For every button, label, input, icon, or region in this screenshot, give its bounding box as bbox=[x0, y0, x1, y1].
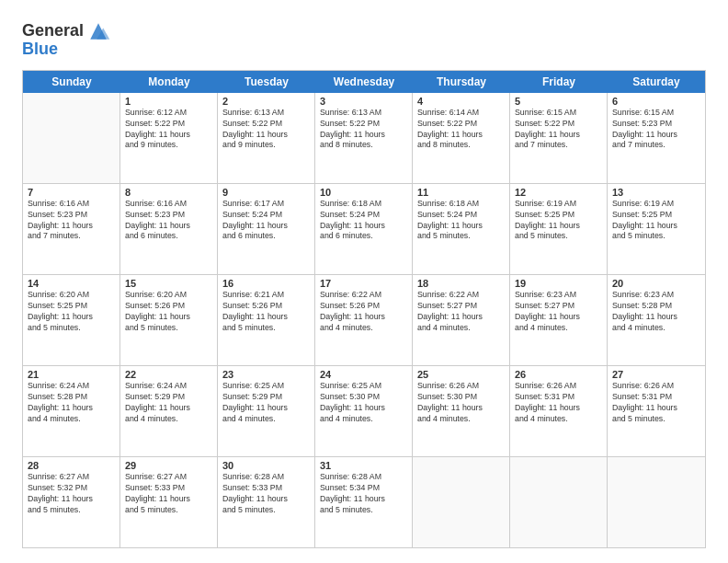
calendar-cell: 20Sunrise: 6:23 AMSunset: 5:28 PMDayligh… bbox=[608, 275, 705, 365]
day-number: 7 bbox=[28, 187, 115, 198]
day-number: 17 bbox=[320, 278, 407, 289]
calendar-cell: 25Sunrise: 6:26 AMSunset: 5:30 PMDayligh… bbox=[413, 366, 510, 456]
day-number: 24 bbox=[320, 369, 407, 380]
logo-text-general: General bbox=[22, 22, 84, 40]
calendar-cell: 13Sunrise: 6:19 AMSunset: 5:25 PMDayligh… bbox=[608, 184, 705, 274]
calendar-cell: 27Sunrise: 6:26 AMSunset: 5:31 PMDayligh… bbox=[608, 366, 705, 456]
calendar-cell: 16Sunrise: 6:21 AMSunset: 5:26 PMDayligh… bbox=[218, 275, 315, 365]
calendar-row-0: 1Sunrise: 6:12 AMSunset: 5:22 PMDaylight… bbox=[23, 93, 705, 184]
day-number: 15 bbox=[125, 278, 212, 289]
cell-info: Sunrise: 6:19 AMSunset: 5:25 PMDaylight:… bbox=[612, 199, 700, 243]
calendar-cell: 26Sunrise: 6:26 AMSunset: 5:31 PMDayligh… bbox=[510, 366, 608, 456]
calendar-cell: 12Sunrise: 6:19 AMSunset: 5:25 PMDayligh… bbox=[510, 184, 608, 274]
day-number: 6 bbox=[612, 96, 700, 107]
day-number: 5 bbox=[515, 96, 602, 107]
day-number: 18 bbox=[417, 278, 505, 289]
day-number: 22 bbox=[125, 369, 212, 380]
cell-info: Sunrise: 6:18 AMSunset: 5:24 PMDaylight:… bbox=[320, 199, 407, 243]
day-number: 16 bbox=[222, 278, 310, 289]
day-number: 14 bbox=[28, 278, 115, 289]
header-cell-wednesday: Wednesday bbox=[315, 71, 413, 93]
cell-info: Sunrise: 6:25 AMSunset: 5:29 PMDaylight:… bbox=[222, 381, 310, 425]
cell-info: Sunrise: 6:21 AMSunset: 5:26 PMDaylight:… bbox=[222, 290, 310, 334]
cell-info: Sunrise: 6:19 AMSunset: 5:25 PMDaylight:… bbox=[515, 199, 602, 243]
calendar-cell: 23Sunrise: 6:25 AMSunset: 5:29 PMDayligh… bbox=[218, 366, 315, 456]
cell-info: Sunrise: 6:27 AMSunset: 5:32 PMDaylight:… bbox=[28, 472, 115, 516]
cell-info: Sunrise: 6:26 AMSunset: 5:31 PMDaylight:… bbox=[515, 381, 602, 425]
calendar-cell: 3Sunrise: 6:13 AMSunset: 5:22 PMDaylight… bbox=[315, 93, 413, 183]
calendar-body: 1Sunrise: 6:12 AMSunset: 5:22 PMDaylight… bbox=[23, 93, 705, 547]
cell-info: Sunrise: 6:13 AMSunset: 5:22 PMDaylight:… bbox=[320, 108, 407, 152]
header-cell-monday: Monday bbox=[120, 71, 218, 93]
cell-info: Sunrise: 6:25 AMSunset: 5:30 PMDaylight:… bbox=[320, 381, 407, 425]
calendar-cell: 5Sunrise: 6:15 AMSunset: 5:22 PMDaylight… bbox=[510, 93, 608, 183]
calendar-cell: 11Sunrise: 6:18 AMSunset: 5:24 PMDayligh… bbox=[413, 184, 510, 274]
calendar: SundayMondayTuesdayWednesdayThursdayFrid… bbox=[22, 70, 706, 548]
cell-info: Sunrise: 6:28 AMSunset: 5:33 PMDaylight:… bbox=[222, 472, 310, 516]
header-cell-tuesday: Tuesday bbox=[218, 71, 315, 93]
cell-info: Sunrise: 6:28 AMSunset: 5:34 PMDaylight:… bbox=[320, 472, 407, 516]
day-number: 26 bbox=[515, 369, 602, 380]
calendar-cell: 6Sunrise: 6:15 AMSunset: 5:23 PMDaylight… bbox=[608, 93, 705, 183]
calendar-row-3: 21Sunrise: 6:24 AMSunset: 5:28 PMDayligh… bbox=[23, 366, 705, 457]
day-number: 8 bbox=[125, 187, 212, 198]
calendar-row-4: 28Sunrise: 6:27 AMSunset: 5:32 PMDayligh… bbox=[23, 457, 705, 547]
header-cell-thursday: Thursday bbox=[413, 71, 510, 93]
day-number: 28 bbox=[28, 460, 115, 471]
logo-icon bbox=[85, 18, 111, 44]
cell-info: Sunrise: 6:27 AMSunset: 5:33 PMDaylight:… bbox=[125, 472, 212, 516]
day-number: 30 bbox=[222, 460, 310, 471]
day-number: 31 bbox=[320, 460, 407, 471]
calendar-cell: 21Sunrise: 6:24 AMSunset: 5:28 PMDayligh… bbox=[23, 366, 120, 456]
logo: General Blue bbox=[22, 18, 111, 59]
day-number: 1 bbox=[125, 96, 212, 107]
calendar-row-1: 7Sunrise: 6:16 AMSunset: 5:23 PMDaylight… bbox=[23, 184, 705, 275]
day-number: 9 bbox=[222, 187, 310, 198]
calendar-cell: 15Sunrise: 6:20 AMSunset: 5:26 PMDayligh… bbox=[120, 275, 218, 365]
cell-info: Sunrise: 6:15 AMSunset: 5:22 PMDaylight:… bbox=[515, 108, 602, 152]
calendar-cell: 17Sunrise: 6:22 AMSunset: 5:26 PMDayligh… bbox=[315, 275, 413, 365]
calendar-cell: 18Sunrise: 6:22 AMSunset: 5:27 PMDayligh… bbox=[413, 275, 510, 365]
calendar-cell bbox=[413, 457, 510, 547]
day-number: 27 bbox=[612, 369, 700, 380]
cell-info: Sunrise: 6:17 AMSunset: 5:24 PMDaylight:… bbox=[222, 199, 310, 243]
cell-info: Sunrise: 6:20 AMSunset: 5:25 PMDaylight:… bbox=[28, 290, 115, 334]
cell-info: Sunrise: 6:18 AMSunset: 5:24 PMDaylight:… bbox=[417, 199, 505, 243]
header: General Blue bbox=[22, 18, 706, 59]
cell-info: Sunrise: 6:20 AMSunset: 5:26 PMDaylight:… bbox=[125, 290, 212, 334]
calendar-cell bbox=[510, 457, 608, 547]
calendar-cell bbox=[23, 93, 120, 183]
cell-info: Sunrise: 6:24 AMSunset: 5:28 PMDaylight:… bbox=[28, 381, 115, 425]
calendar-cell: 10Sunrise: 6:18 AMSunset: 5:24 PMDayligh… bbox=[315, 184, 413, 274]
day-number: 13 bbox=[612, 187, 700, 198]
cell-info: Sunrise: 6:22 AMSunset: 5:27 PMDaylight:… bbox=[417, 290, 505, 334]
cell-info: Sunrise: 6:14 AMSunset: 5:22 PMDaylight:… bbox=[417, 108, 505, 152]
calendar-cell: 2Sunrise: 6:13 AMSunset: 5:22 PMDaylight… bbox=[218, 93, 315, 183]
day-number: 25 bbox=[417, 369, 505, 380]
header-cell-friday: Friday bbox=[510, 71, 608, 93]
day-number: 11 bbox=[417, 187, 505, 198]
day-number: 21 bbox=[28, 369, 115, 380]
day-number: 4 bbox=[417, 96, 505, 107]
calendar-cell: 28Sunrise: 6:27 AMSunset: 5:32 PMDayligh… bbox=[23, 457, 120, 547]
day-number: 29 bbox=[125, 460, 212, 471]
calendar-cell: 31Sunrise: 6:28 AMSunset: 5:34 PMDayligh… bbox=[315, 457, 413, 547]
cell-info: Sunrise: 6:16 AMSunset: 5:23 PMDaylight:… bbox=[28, 199, 115, 243]
day-number: 20 bbox=[612, 278, 700, 289]
calendar-header: SundayMondayTuesdayWednesdayThursdayFrid… bbox=[23, 71, 705, 93]
cell-info: Sunrise: 6:22 AMSunset: 5:26 PMDaylight:… bbox=[320, 290, 407, 334]
day-number: 10 bbox=[320, 187, 407, 198]
day-number: 12 bbox=[515, 187, 602, 198]
calendar-cell: 9Sunrise: 6:17 AMSunset: 5:24 PMDaylight… bbox=[218, 184, 315, 274]
calendar-cell: 14Sunrise: 6:20 AMSunset: 5:25 PMDayligh… bbox=[23, 275, 120, 365]
calendar-cell: 24Sunrise: 6:25 AMSunset: 5:30 PMDayligh… bbox=[315, 366, 413, 456]
cell-info: Sunrise: 6:15 AMSunset: 5:23 PMDaylight:… bbox=[612, 108, 700, 152]
calendar-row-2: 14Sunrise: 6:20 AMSunset: 5:25 PMDayligh… bbox=[23, 275, 705, 366]
page: General Blue SundayMondayTuesdayWednesda… bbox=[0, 0, 728, 563]
calendar-cell bbox=[608, 457, 705, 547]
cell-info: Sunrise: 6:12 AMSunset: 5:22 PMDaylight:… bbox=[125, 108, 212, 152]
day-number: 3 bbox=[320, 96, 407, 107]
day-number: 19 bbox=[515, 278, 602, 289]
cell-info: Sunrise: 6:26 AMSunset: 5:30 PMDaylight:… bbox=[417, 381, 505, 425]
cell-info: Sunrise: 6:13 AMSunset: 5:22 PMDaylight:… bbox=[222, 108, 310, 152]
